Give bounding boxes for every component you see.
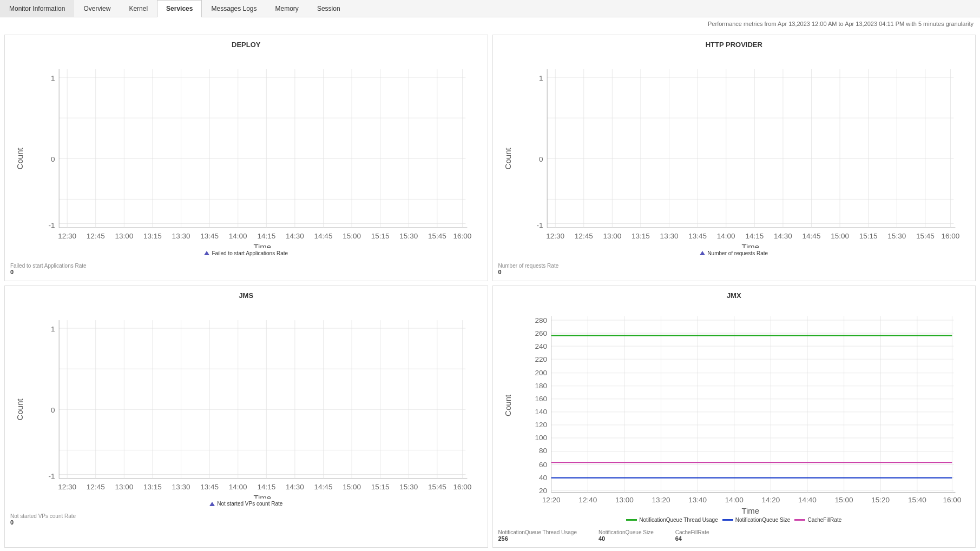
svg-text:0: 0 (539, 155, 543, 163)
jmx-stats: NotificationQueue Thread Usage 256 Notif… (498, 527, 970, 542)
svg-text:13:15: 13:15 (632, 232, 650, 240)
svg-text:12:45: 12:45 (87, 232, 105, 240)
svg-text:240: 240 (535, 342, 547, 350)
svg-text:12:20: 12:20 (542, 495, 560, 503)
jmx-stat-cache-label: CacheFillRate (675, 529, 709, 535)
svg-text:1: 1 (51, 325, 55, 333)
svg-text:60: 60 (539, 461, 547, 469)
svg-text:Count: Count (15, 398, 24, 420)
jms-stat-label: Not started VPs count Rate (10, 513, 482, 519)
jmx-chart-panel: JMX (492, 286, 976, 548)
tab-messages-logs[interactable]: Messages Logs (202, 0, 266, 17)
svg-text:15:15: 15:15 (859, 232, 877, 240)
svg-text:12:30: 12:30 (58, 232, 76, 240)
jms-chart-panel: JMS 1 0 -1 12:30 12:45 13:00 13:15 13:30… (4, 286, 488, 548)
svg-text:13:45: 13:45 (200, 232, 219, 240)
svg-text:12:45: 12:45 (574, 232, 593, 240)
svg-text:14:00: 14:00 (716, 232, 735, 240)
svg-text:260: 260 (535, 329, 547, 337)
svg-text:14:15: 14:15 (257, 482, 275, 490)
svg-text:14:30: 14:30 (773, 232, 792, 240)
svg-text:13:30: 13:30 (172, 232, 190, 240)
svg-text:14:30: 14:30 (286, 232, 304, 240)
jms-legend-item: Not started VPs count Rate (209, 501, 282, 507)
jmx-chart-svg: 280 260 240 220 200 180 160 140 120 100 … (498, 304, 970, 515)
svg-text:280: 280 (535, 316, 547, 324)
svg-text:160: 160 (535, 395, 547, 403)
deploy-legend: Failed to start Applications Rate (10, 250, 482, 256)
svg-text:Time: Time (741, 506, 759, 515)
svg-text:13:40: 13:40 (688, 495, 707, 503)
tab-kernel[interactable]: Kernel (120, 0, 157, 17)
jms-legend-label: Not started VPs count Rate (217, 501, 282, 507)
jmx-chart-title: JMX (498, 291, 970, 300)
svg-text:16:00: 16:00 (941, 232, 959, 240)
svg-text:15:45: 15:45 (916, 232, 934, 240)
svg-text:14:30: 14:30 (286, 482, 304, 490)
tab-bar: Monitor Information Overview Kernel Serv… (0, 0, 980, 17)
deploy-legend-label: Failed to start Applications Rate (212, 250, 288, 256)
jmx-legend-item-thread: NotificationQueue Thread Usage (626, 517, 718, 523)
jmx-stat-thread-value: 256 (498, 535, 577, 542)
svg-text:15:00: 15:00 (343, 482, 361, 490)
svg-text:200: 200 (535, 369, 547, 377)
svg-text:14:20: 14:20 (761, 495, 780, 503)
svg-text:80: 80 (539, 447, 547, 455)
jmx-legend-item-cache: CacheFillRate (794, 517, 841, 523)
http-provider-stats: Number of requests Rate 0 (498, 261, 970, 275)
svg-text:15:15: 15:15 (371, 232, 390, 240)
svg-text:15:45: 15:45 (428, 232, 446, 240)
svg-text:14:45: 14:45 (314, 482, 333, 490)
svg-text:15:30: 15:30 (399, 482, 418, 490)
jmx-stat-cache: CacheFillRate 64 (675, 529, 709, 542)
jmx-legend-label-cache: CacheFillRate (807, 517, 841, 523)
svg-text:13:15: 13:15 (143, 482, 162, 490)
svg-text:Count: Count (503, 147, 512, 169)
jmx-stat-size-value: 40 (598, 535, 654, 542)
jmx-stat-thread: NotificationQueue Thread Usage 256 (498, 529, 577, 542)
svg-text:14:45: 14:45 (802, 232, 820, 240)
tab-services[interactable]: Services (157, 0, 202, 17)
svg-text:15:30: 15:30 (399, 232, 418, 240)
tab-session[interactable]: Session (308, 0, 350, 17)
svg-text:13:00: 13:00 (115, 482, 133, 490)
jms-stat-value: 0 (10, 519, 482, 526)
performance-info: Performance metrics from Apr 13,2023 12:… (0, 17, 980, 30)
jmx-stat-size: NotificationQueue Size 40 (598, 529, 654, 542)
svg-text:14:15: 14:15 (257, 232, 275, 240)
svg-text:100: 100 (535, 434, 547, 442)
tab-monitor-information[interactable]: Monitor Information (0, 0, 74, 17)
svg-text:14:40: 14:40 (798, 495, 817, 503)
svg-text:14:00: 14:00 (725, 495, 743, 503)
svg-text:Time: Time (741, 242, 759, 248)
svg-text:40: 40 (539, 474, 547, 482)
tab-overview[interactable]: Overview (74, 0, 120, 17)
svg-text:Count: Count (15, 147, 24, 169)
svg-text:13:15: 13:15 (143, 232, 162, 240)
jmx-legend-label-thread: NotificationQueue Thread Usage (639, 517, 718, 523)
svg-text:13:00: 13:00 (115, 232, 133, 240)
svg-text:13:20: 13:20 (652, 495, 670, 503)
tab-memory[interactable]: Memory (266, 0, 308, 17)
svg-text:-1: -1 (49, 472, 55, 480)
svg-text:15:00: 15:00 (831, 232, 849, 240)
svg-text:13:30: 13:30 (660, 232, 678, 240)
deploy-chart-area: 1 0 -1 12:30 12:45 13:00 13:15 13:30 13:… (10, 53, 482, 248)
svg-text:-1: -1 (49, 221, 55, 229)
svg-text:14:00: 14:00 (229, 482, 247, 490)
svg-text:12:45: 12:45 (87, 482, 105, 490)
http-provider-legend-item: Number of requests Rate (700, 250, 768, 256)
svg-text:15:30: 15:30 (887, 232, 906, 240)
svg-text:0: 0 (51, 406, 55, 414)
jmx-stat-cache-value: 64 (675, 535, 709, 542)
jmx-legend: NotificationQueue Thread Usage Notificat… (498, 517, 970, 523)
deploy-stats: Failed to start Applications Rate 0 (10, 261, 482, 275)
deploy-legend-item: Failed to start Applications Rate (204, 250, 288, 256)
svg-text:220: 220 (535, 355, 547, 363)
http-provider-chart-panel: HTTP PROVIDER 1 0 -1 12:30 12:45 13:00 1… (492, 35, 976, 281)
svg-text:12:30: 12:30 (58, 482, 76, 490)
svg-text:Time: Time (253, 493, 271, 499)
deploy-chart-panel: DEPLOY 1 0 -1 12:30 12:45 13:00 (4, 35, 488, 281)
svg-text:120: 120 (535, 421, 547, 429)
svg-text:16:00: 16:00 (453, 232, 472, 240)
